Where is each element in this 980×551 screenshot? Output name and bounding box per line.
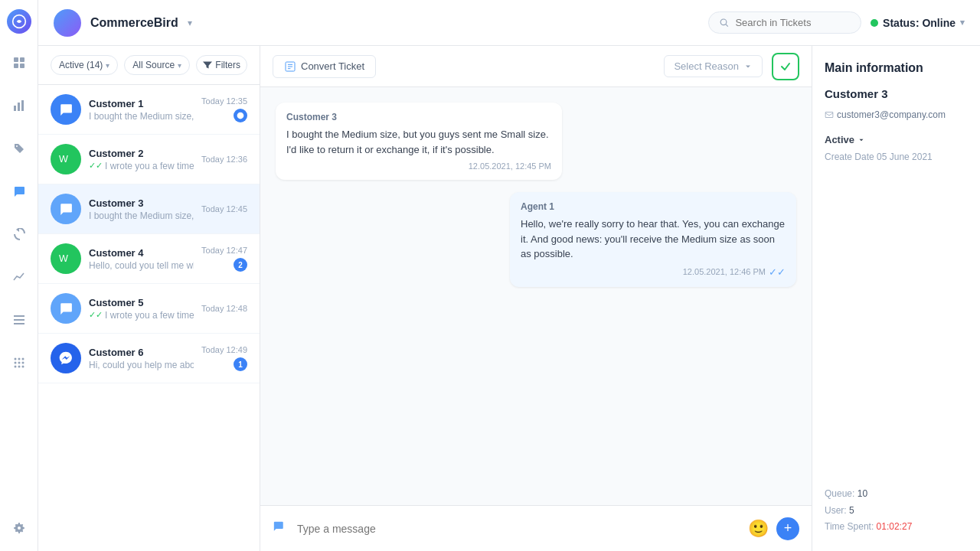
- convert-ticket-btn[interactable]: Convert Ticket: [273, 55, 376, 78]
- ticket-badge: 2: [234, 258, 247, 272]
- chat-header: Convert Ticket Select Reason: [260, 46, 812, 87]
- svg-rect-8: [14, 315, 24, 317]
- ticket-preview: ✓✓ I wrote you a few times befor...: [89, 310, 194, 321]
- search-icon: [720, 18, 729, 28]
- ticket-item[interactable]: Customer 6 Hi, could you help me about s…: [38, 334, 260, 383]
- message-time: 12.05.2021, 12:46 PM ✓✓: [521, 266, 786, 278]
- read-tick-icon: ✓✓: [89, 161, 103, 171]
- sidebar-icon-list[interactable]: [5, 306, 33, 334]
- ticket-time: Today 12:36: [201, 155, 247, 164]
- sidebar-icon-chart[interactable]: [5, 92, 33, 119]
- ticket-time: Today 12:47: [201, 246, 247, 255]
- user-value: 5: [849, 505, 854, 516]
- sidebar-icon-settings[interactable]: [5, 514, 33, 542]
- ticket-item[interactable]: W Customer 2 ✓✓ I wrote you a few times …: [38, 135, 260, 184]
- status-dropdown-icon[interactable]: [858, 136, 865, 144]
- ticket-items: Customer 1 I bought the Medium size, but…: [38, 85, 260, 551]
- time-spent-label: Time Spent:: [825, 521, 874, 532]
- ticket-info: Customer 5 ✓✓ I wrote you a few times be…: [89, 297, 194, 321]
- status-dot: [871, 19, 878, 27]
- message-time: 12.05.2021, 12:45 PM: [286, 161, 551, 171]
- left-sidebar: [0, 0, 38, 551]
- filters-btn[interactable]: Filters: [196, 55, 247, 75]
- active-filter-chevron: ▾: [106, 61, 109, 70]
- svg-point-17: [14, 366, 16, 368]
- svg-point-19: [21, 366, 24, 368]
- ticket-customer-name: Customer 4: [89, 247, 194, 259]
- ticket-filters: Active (14) ▾ All Source ▾ Filters: [38, 46, 260, 85]
- sidebar-icon-grid[interactable]: [5, 49, 33, 77]
- ticket-customer-name: Customer 6: [89, 347, 194, 358]
- ticket-item[interactable]: W Customer 4 Hello, could you tell me wh…: [38, 234, 260, 284]
- svg-text:W: W: [59, 154, 68, 165]
- message-sender: Agent 1: [521, 201, 786, 212]
- ticket-info: Customer 2 ✓✓ I wrote you a few times be…: [89, 148, 194, 171]
- svg-rect-2: [20, 57, 24, 62]
- active-status-label: Active: [825, 134, 854, 145]
- ticket-preview: ✓✓ I wrote you a few times befor...: [89, 161, 194, 171]
- status-chevron-icon[interactable]: ▾: [960, 18, 965, 28]
- ticket-info: Customer 1 I bought the Medium size, but…: [89, 98, 194, 122]
- ticket-time: Today 12:45: [201, 204, 247, 214]
- sidebar-icon-analytics[interactable]: [5, 263, 33, 291]
- ticket-info: Customer 6 Hi, could you help me about s…: [89, 347, 194, 370]
- sidebar-icon-return[interactable]: [5, 220, 33, 248]
- ticket-item[interactable]: Customer 1 I bought the Medium size, but…: [38, 85, 260, 135]
- ticket-list-panel: Active (14) ▾ All Source ▾ Filters: [38, 46, 260, 551]
- select-reason-btn[interactable]: Select Reason: [664, 55, 763, 77]
- avatar: [51, 94, 81, 125]
- message-input[interactable]: [297, 523, 740, 535]
- app-logo: [7, 9, 31, 34]
- create-date-label: Create Date: [825, 152, 874, 162]
- right-info-panel: Main information Customer 3 customer3@co…: [812, 46, 980, 551]
- svg-rect-10: [14, 323, 24, 324]
- ticket-meta: Today 12:36: [201, 155, 247, 164]
- avatar: [51, 293, 81, 324]
- emoji-btn[interactable]: 🙂: [748, 519, 769, 539]
- brand-dropdown-icon[interactable]: ▾: [188, 18, 192, 28]
- source-filter-btn[interactable]: All Source ▾: [124, 55, 190, 75]
- email-address: customer3@company.com: [837, 109, 946, 120]
- create-date: Create Date 05 June 2021: [825, 152, 968, 162]
- time-spent-value: 01:02:27: [877, 521, 913, 532]
- chat-messages: Customer 3 I bought the Medium size, but…: [260, 87, 812, 505]
- queue-value: 10: [858, 488, 867, 499]
- queue-label: Queue:: [825, 488, 854, 499]
- filters-label: Filters: [215, 60, 240, 70]
- avatar: [51, 194, 81, 224]
- filters-icon: [203, 60, 212, 70]
- convert-icon: [284, 60, 296, 73]
- main-wrapper: CommerceBird ▾ Status: Online ▾ Active (…: [38, 0, 980, 551]
- svg-point-13: [21, 358, 24, 360]
- ticket-info: Customer 4 Hello, could you tell me wher…: [89, 247, 194, 271]
- email-icon: [825, 110, 834, 119]
- source-chevron-icon: ▾: [178, 61, 181, 70]
- svg-point-14: [14, 362, 16, 364]
- active-filter-btn[interactable]: Active (14) ▾: [51, 55, 118, 75]
- ticket-info: Customer 3 I bought the Medium size, but…: [89, 197, 194, 221]
- message-sender: Customer 3: [286, 112, 551, 122]
- ticket-meta: Today 12:49 1: [201, 345, 247, 371]
- message-bubble-agent: Agent 1 Hello, we're really sorry to hea…: [510, 192, 796, 287]
- ticket-item[interactable]: Customer 5 ✓✓ I wrote you a few times be…: [38, 284, 260, 334]
- top-header: CommerceBird ▾ Status: Online ▾: [38, 0, 980, 46]
- search-bar[interactable]: [708, 11, 861, 34]
- search-input[interactable]: [735, 17, 850, 28]
- sidebar-icon-tag[interactable]: [5, 135, 33, 162]
- add-attachment-btn[interactable]: +: [776, 517, 799, 540]
- ticket-badge: 1: [234, 357, 247, 371]
- info-panel-title: Main information: [825, 61, 968, 75]
- sidebar-icon-chat[interactable]: [5, 178, 33, 205]
- svg-rect-7: [21, 100, 24, 111]
- svg-rect-1: [14, 57, 18, 62]
- ticket-preview: I bought the Medium size, but you...: [89, 210, 194, 221]
- confirm-btn[interactable]: [772, 53, 799, 80]
- svg-line-21: [726, 24, 728, 26]
- ticket-time: Today 12:35: [201, 96, 247, 106]
- ticket-customer-name: Customer 3: [89, 197, 194, 209]
- active-filter-label: Active (14): [59, 60, 103, 70]
- ticket-item[interactable]: Customer 3 I bought the Medium size, but…: [38, 184, 260, 234]
- plus-icon: +: [784, 520, 792, 536]
- source-filter-label: All Source: [132, 60, 175, 70]
- sidebar-icon-apps[interactable]: [5, 349, 33, 377]
